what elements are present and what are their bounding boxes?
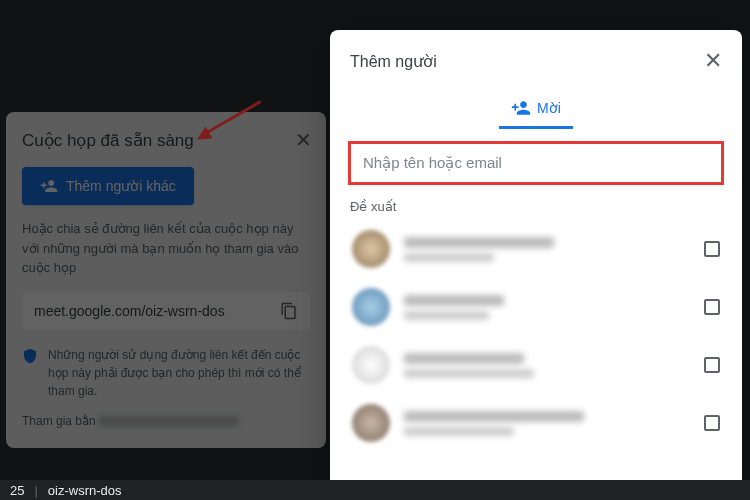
bottom-bar: 25 | oiz-wsrn-dos [0,480,750,500]
avatar [352,346,390,384]
avatar [352,404,390,442]
contact-item[interactable] [348,394,724,452]
avatar [352,288,390,326]
close-button[interactable]: ✕ [704,48,722,74]
time-display: 25 [10,483,24,498]
contact-checkbox[interactable] [704,357,720,373]
contact-item[interactable] [348,220,724,278]
contact-list [330,220,742,452]
search-input[interactable] [363,154,709,171]
dialog-title: Thêm người [350,52,437,71]
tab-invite[interactable]: Mời [499,90,573,129]
contact-checkbox[interactable] [704,241,720,257]
avatar [352,230,390,268]
tab-bar: Mời [330,84,742,129]
contact-checkbox[interactable] [704,299,720,315]
person-add-icon [511,98,531,118]
meeting-code: oiz-wsrn-dos [48,483,122,498]
contact-item[interactable] [348,336,724,394]
add-people-dialog: Thêm người ✕ Mời Đề xuất [330,30,742,500]
contact-checkbox[interactable] [704,415,720,431]
search-input-highlight [348,141,724,185]
contact-item[interactable] [348,278,724,336]
suggestions-label: Đề xuất [330,193,742,220]
